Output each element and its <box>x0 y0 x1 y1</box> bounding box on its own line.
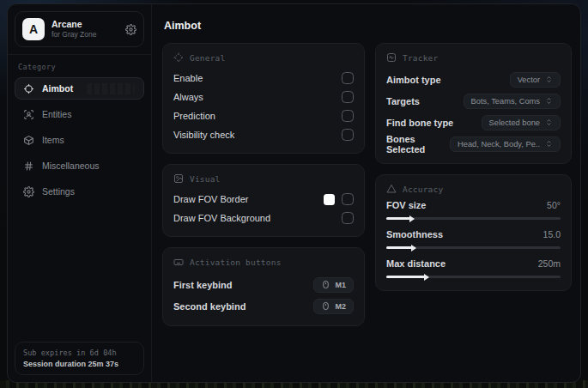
sidebar-item-aimbot[interactable]: Aimbot <box>15 77 144 100</box>
chevrons-up-down-icon <box>545 97 553 105</box>
session-duration-text: Session duration 25m 37s <box>23 360 136 368</box>
max-distance-value: 250m <box>538 258 561 269</box>
category-label: Category <box>18 63 141 71</box>
slider-thumb[interactable] <box>424 274 429 281</box>
section-title: Visual <box>190 174 221 184</box>
brand-card: A Arcane for Gray Zone <box>15 11 144 47</box>
keyboard-icon <box>173 257 184 268</box>
app-subtitle: for Gray Zone <box>52 30 118 39</box>
page-title: Aimbot <box>164 20 572 32</box>
visual-card: Visual Draw FOV Border Draw FOV Backgrou… <box>162 164 365 237</box>
smoothness-value: 15.0 <box>543 229 561 239</box>
main-content: Aimbot General Enable Alw <box>152 4 580 382</box>
setting-row-enable: Enable <box>173 69 354 88</box>
fov-size-value: 50° <box>547 200 561 210</box>
section-title: Tracker <box>403 53 438 63</box>
mouse-icon <box>321 301 330 311</box>
chevrons-up-down-icon <box>545 76 553 83</box>
visibility-check-checkbox[interactable] <box>342 129 354 141</box>
aimbot-type-select[interactable]: Vector <box>510 72 561 88</box>
max-distance-slider[interactable] <box>386 276 561 278</box>
sidebar-divider <box>8 54 151 55</box>
setting-row-draw-fov-border: Draw FOV Border <box>173 190 354 209</box>
sub-expires-text: Sub expires in 6d 04h <box>23 349 136 357</box>
bones-selected-select[interactable]: Head, Neck, Body, Pe.. <box>450 136 561 152</box>
fov-size-slider[interactable] <box>386 217 561 220</box>
section-title: Accuracy <box>403 185 443 194</box>
setting-row-smoothness: Smoothness 15.0 <box>386 229 561 249</box>
image-icon <box>173 173 184 184</box>
crosshair-icon <box>23 83 34 94</box>
watermark-ghost <box>87 83 135 94</box>
hash-icon <box>23 161 34 172</box>
package-icon <box>23 135 34 146</box>
chevrons-up-down-icon <box>545 118 553 126</box>
second-keybind-button[interactable]: M2 <box>313 299 354 314</box>
accuracy-card: Accuracy FOV size 50° Smoothness <box>375 174 572 291</box>
app-name: Arcane <box>52 19 118 30</box>
setting-row-find-bone-type: Find bone type Selected bone <box>386 112 561 133</box>
sidebar-item-label: Miscellaneous <box>42 161 100 171</box>
cheat-menu-window: A Arcane for Gray Zone Category Aimbot <box>7 3 581 383</box>
slider-thumb[interactable] <box>409 215 415 222</box>
section-title: General <box>190 53 225 63</box>
crosshair-dotted-icon <box>173 52 184 63</box>
sidebar-item-settings[interactable]: Settings <box>15 180 144 203</box>
enable-checkbox[interactable] <box>342 72 354 84</box>
sidebar-item-label: Entities <box>42 109 71 119</box>
setting-row-second-keybind: Second keybind M2 <box>173 295 354 317</box>
draw-fov-border-checkbox[interactable] <box>342 193 354 205</box>
always-checkbox[interactable] <box>342 91 354 103</box>
slider-thumb[interactable] <box>411 245 416 252</box>
brand-logo: A <box>22 18 45 40</box>
setting-row-fov-size: FOV size 50° <box>386 200 561 220</box>
setting-row-bones-selected: Bones Selected Head, Neck, Body, Pe.. <box>386 133 561 155</box>
sidebar-item-items[interactable]: Items <box>15 129 144 151</box>
sidebar-item-label: Aimbot <box>42 83 73 94</box>
setting-row-visibility-check: Visibility check <box>173 125 354 144</box>
setting-row-always: Always <box>173 88 354 106</box>
sidebar-item-label: Settings <box>42 186 75 197</box>
tracker-card: Tracker Aimbot type Vector Targets <box>375 43 572 164</box>
triangle-icon <box>386 184 397 194</box>
activity-icon <box>386 52 397 63</box>
gear-icon[interactable] <box>125 24 136 35</box>
setting-row-first-keybind: First keybind M1 <box>173 274 354 295</box>
gear-icon <box>23 186 34 197</box>
first-keybind-button[interactable]: M1 <box>313 277 354 293</box>
setting-row-prediction: Prediction <box>173 106 354 125</box>
subscription-info-card: Sub expires in 6d 04h Session duration 2… <box>15 342 144 375</box>
setting-row-draw-fov-background: Draw FOV Background <box>173 209 354 227</box>
activation-buttons-card: Activation buttons First keybind M1 Seco… <box>162 247 365 326</box>
sidebar-item-miscellaneous[interactable]: Miscellaneous <box>15 155 144 177</box>
setting-row-max-distance: Max distance 250m <box>386 258 561 278</box>
section-title: Activation buttons <box>190 258 282 267</box>
setting-row-targets: Targets Bots, Teams, Coms <box>386 90 561 112</box>
sidebar-item-entities[interactable]: Entities <box>15 103 144 125</box>
find-bone-type-select[interactable]: Selected bone <box>482 115 561 130</box>
setting-row-aimbot-type: Aimbot type Vector <box>386 69 561 90</box>
scan-person-icon <box>23 109 34 120</box>
draw-fov-background-checkbox[interactable] <box>342 212 354 224</box>
sidebar-item-label: Items <box>42 135 64 145</box>
fov-border-color-swatch[interactable] <box>324 194 335 205</box>
targets-select[interactable]: Bots, Teams, Coms <box>464 94 561 109</box>
smoothness-slider[interactable] <box>386 246 561 249</box>
sidebar: A Arcane for Gray Zone Category Aimbot <box>8 4 152 382</box>
general-card: General Enable Always Prediction <box>162 43 365 154</box>
sidebar-nav: Aimbot Entities Items Miscellaneous <box>15 77 144 203</box>
chevrons-up-down-icon <box>545 140 553 148</box>
mouse-icon <box>321 280 330 289</box>
prediction-checkbox[interactable] <box>342 110 354 122</box>
